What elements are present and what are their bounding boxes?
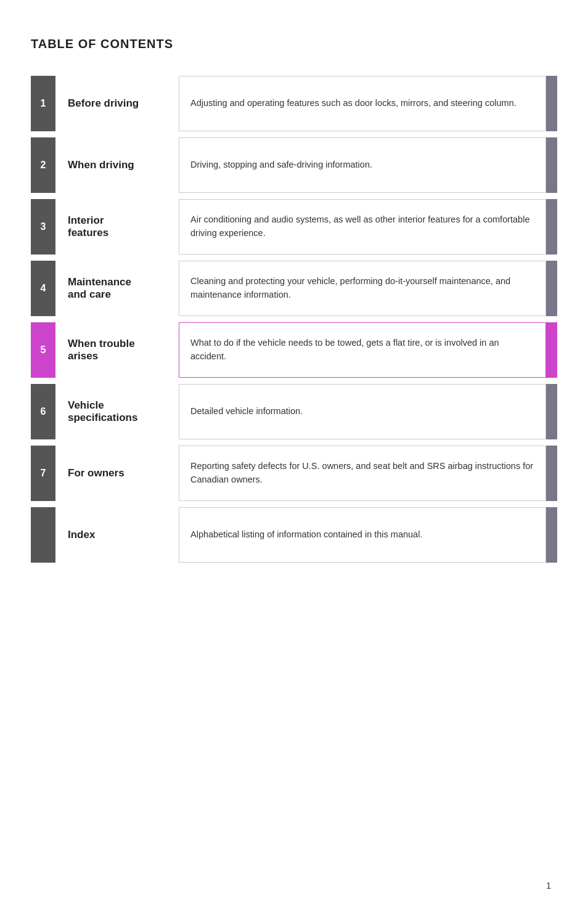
toc-row[interactable]: 4Maintenance and careCleaning and protec… bbox=[31, 261, 557, 316]
toc-number: 2 bbox=[31, 137, 55, 193]
toc-row[interactable]: 7For ownersReporting safety defects for … bbox=[31, 446, 557, 501]
toc-number: 5 bbox=[31, 322, 55, 378]
toc-accent-bar bbox=[546, 199, 557, 255]
toc-desc-wrap: Detailed vehicle information. bbox=[179, 384, 557, 439]
page: TABLE OF CONTENTS 1Before drivingAdjusti… bbox=[0, 0, 588, 600]
toc-desc-wrap: Air conditioning and audio systems, as w… bbox=[179, 199, 557, 255]
toc-desc-wrap: Adjusting and operating features such as… bbox=[179, 76, 557, 131]
page-title: TABLE OF CONTENTS bbox=[31, 37, 557, 51]
toc-title: Maintenance and care bbox=[55, 261, 179, 316]
toc-desc-wrap: Reporting safety defects for U.S. owners… bbox=[179, 446, 557, 501]
toc-title: Before driving bbox=[55, 76, 179, 131]
toc-accent-bar bbox=[546, 137, 557, 193]
toc-desc-wrap: Driving, stopping and safe-driving infor… bbox=[179, 137, 557, 193]
toc-number: 3 bbox=[31, 199, 55, 255]
toc-row[interactable]: 6Vehicle specificationsDetailed vehicle … bbox=[31, 384, 557, 439]
toc-title: When driving bbox=[55, 137, 179, 193]
toc-title: Vehicle specifications bbox=[55, 384, 179, 439]
toc-row[interactable]: 1Before drivingAdjusting and operating f… bbox=[31, 76, 557, 131]
toc-description: What to do if the vehicle needs to be to… bbox=[179, 322, 546, 378]
toc-accent-bar bbox=[546, 384, 557, 439]
toc-accent-bar bbox=[546, 507, 557, 563]
toc-desc-wrap: Alphabetical listing of information cont… bbox=[179, 507, 557, 563]
toc-title: For owners bbox=[55, 446, 179, 501]
toc-accent-bar bbox=[546, 446, 557, 501]
toc-description: Cleaning and protecting your vehicle, pe… bbox=[179, 261, 546, 316]
toc-title: Interior features bbox=[55, 199, 179, 255]
toc-row[interactable]: 2When drivingDriving, stopping and safe-… bbox=[31, 137, 557, 193]
toc-description: Adjusting and operating features such as… bbox=[179, 76, 546, 131]
toc-description: Reporting safety defects for U.S. owners… bbox=[179, 446, 546, 501]
toc-title: Index bbox=[55, 507, 179, 563]
toc-accent-bar bbox=[546, 76, 557, 131]
toc-description: Air conditioning and audio systems, as w… bbox=[179, 199, 546, 255]
page-number: 1 bbox=[546, 881, 551, 891]
toc-number: 1 bbox=[31, 76, 55, 131]
toc-number: 4 bbox=[31, 261, 55, 316]
toc-row[interactable]: 5When trouble arisesWhat to do if the ve… bbox=[31, 322, 557, 378]
toc-row[interactable]: 3Interior featuresAir conditioning and a… bbox=[31, 199, 557, 255]
toc-desc-wrap: Cleaning and protecting your vehicle, pe… bbox=[179, 261, 557, 316]
toc-accent-bar bbox=[546, 261, 557, 316]
toc-description: Alphabetical listing of information cont… bbox=[179, 507, 546, 563]
toc-title: When trouble arises bbox=[55, 322, 179, 378]
toc-list: 1Before drivingAdjusting and operating f… bbox=[31, 76, 557, 563]
toc-desc-wrap: What to do if the vehicle needs to be to… bbox=[179, 322, 557, 378]
toc-description: Driving, stopping and safe-driving infor… bbox=[179, 137, 546, 193]
toc-number: 6 bbox=[31, 384, 55, 439]
toc-number bbox=[31, 507, 55, 563]
toc-number: 7 bbox=[31, 446, 55, 501]
toc-accent-bar bbox=[546, 322, 557, 378]
toc-description: Detailed vehicle information. bbox=[179, 384, 546, 439]
toc-row[interactable]: IndexAlphabetical listing of information… bbox=[31, 507, 557, 563]
